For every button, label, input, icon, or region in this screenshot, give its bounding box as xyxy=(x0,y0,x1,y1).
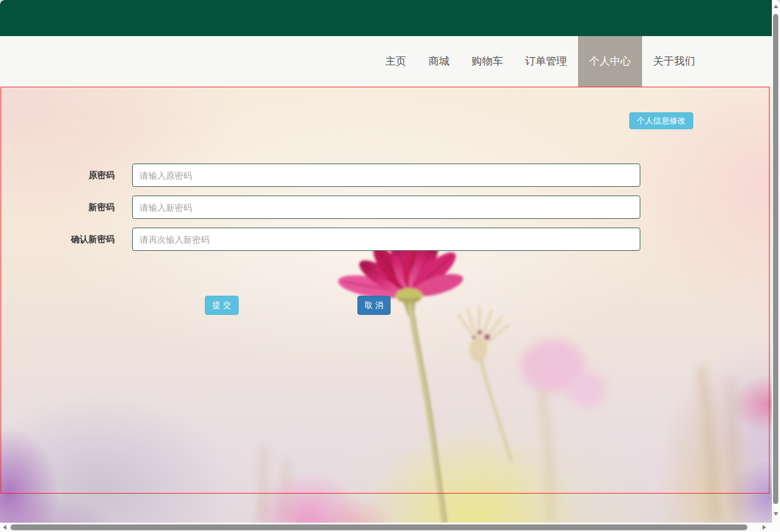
horizontal-scrollbar-thumb[interactable] xyxy=(10,524,747,530)
old-password-label: 原密码 xyxy=(1,164,115,187)
cancel-button[interactable]: 取 消 xyxy=(357,296,391,315)
confirm-password-row: 确认新密码 xyxy=(1,228,640,251)
edit-personal-info-button[interactable]: 个人信息修改 xyxy=(629,112,693,129)
confirm-password-label: 确认新密码 xyxy=(1,228,115,251)
nav-item-cart[interactable]: 购物车 xyxy=(460,36,514,87)
horizontal-scrollbar[interactable] xyxy=(0,523,772,532)
nav-item-about[interactable]: 关于我们 xyxy=(642,36,706,87)
nav-item-orders[interactable]: 订单管理 xyxy=(514,36,578,87)
nav-item-profile[interactable]: 个人中心 xyxy=(578,36,642,87)
new-password-row: 新密码 xyxy=(1,196,640,219)
content-panel: 个人信息修改 原密码 新密码 确认新密码 提 交 取 消 xyxy=(1,87,770,494)
old-password-row: 原密码 xyxy=(1,164,640,187)
main-nav: 主页 商城 购物车 订单管理 个人中心 关于我们 xyxy=(0,36,772,87)
browser-window: 主页 商城 购物车 订单管理 个人中心 关于我们 xyxy=(0,0,780,532)
nav-item-mall[interactable]: 商城 xyxy=(417,36,460,87)
scrollbar-corner xyxy=(772,523,780,532)
page-background: 个人信息修改 原密码 新密码 确认新密码 提 交 取 消 xyxy=(0,87,772,523)
vertical-scrollbar-thumb[interactable] xyxy=(773,14,778,504)
nav-item-home[interactable]: 主页 xyxy=(374,36,417,87)
confirm-password-input[interactable] xyxy=(132,228,640,251)
new-password-label: 新密码 xyxy=(1,196,115,219)
old-password-input[interactable] xyxy=(132,164,640,187)
scroll-down-icon[interactable] xyxy=(774,512,778,516)
scroll-right-icon[interactable] xyxy=(763,525,766,530)
submit-button[interactable]: 提 交 xyxy=(205,296,239,315)
header-bar xyxy=(0,0,772,36)
scroll-left-icon[interactable] xyxy=(3,525,6,530)
vertical-scrollbar[interactable] xyxy=(772,0,780,523)
scroll-up-icon[interactable] xyxy=(774,5,778,8)
new-password-input[interactable] xyxy=(132,196,640,219)
